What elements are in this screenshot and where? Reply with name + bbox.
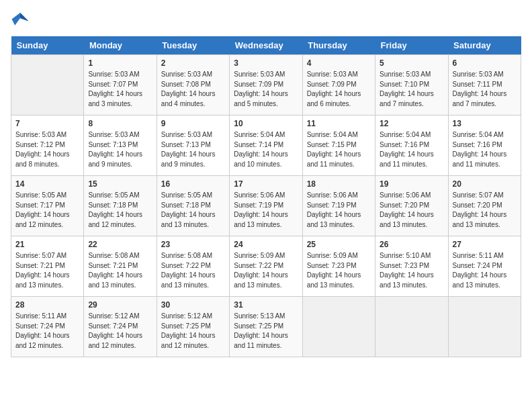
day-number: 25 bbox=[307, 240, 371, 249]
day-number: 2 bbox=[161, 58, 225, 68]
calendar-cell: 10Sunrise: 5:04 AMSunset: 7:14 PMDayligh… bbox=[230, 116, 302, 176]
day-number: 19 bbox=[380, 179, 443, 189]
weekday-monday: Monday bbox=[84, 36, 157, 55]
day-info: Sunrise: 5:05 AMSunset: 7:18 PMDaylight:… bbox=[161, 191, 225, 230]
calendar-cell bbox=[11, 55, 84, 116]
calendar-cell: 31Sunrise: 5:13 AMSunset: 7:25 PMDayligh… bbox=[230, 297, 302, 357]
calendar-cell: 15Sunrise: 5:05 AMSunset: 7:18 PMDayligh… bbox=[84, 176, 157, 236]
day-number: 8 bbox=[88, 119, 152, 128]
day-info: Sunrise: 5:03 AMSunset: 7:13 PMDaylight:… bbox=[88, 130, 152, 169]
weekday-tuesday: Tuesday bbox=[157, 36, 229, 55]
day-number: 4 bbox=[307, 58, 371, 68]
day-info: Sunrise: 5:03 AMSunset: 7:13 PMDaylight:… bbox=[161, 130, 225, 169]
day-info: Sunrise: 5:03 AMSunset: 7:09 PMDaylight:… bbox=[307, 70, 371, 109]
day-number: 30 bbox=[161, 300, 225, 310]
calendar-cell: 22Sunrise: 5:08 AMSunset: 7:21 PMDayligh… bbox=[84, 236, 157, 297]
day-number: 31 bbox=[234, 300, 298, 310]
day-info: Sunrise: 5:09 AMSunset: 7:23 PMDaylight:… bbox=[307, 251, 371, 290]
day-number: 15 bbox=[88, 179, 152, 189]
day-number: 9 bbox=[161, 119, 225, 128]
calendar-cell: 7Sunrise: 5:03 AMSunset: 7:12 PMDaylight… bbox=[11, 116, 84, 176]
day-number: 5 bbox=[380, 58, 443, 68]
day-info: Sunrise: 5:06 AMSunset: 7:20 PMDaylight:… bbox=[380, 191, 443, 230]
day-number: 12 bbox=[380, 119, 443, 128]
day-number: 22 bbox=[88, 240, 152, 249]
day-info: Sunrise: 5:04 AMSunset: 7:14 PMDaylight:… bbox=[234, 130, 298, 169]
calendar-cell: 19Sunrise: 5:06 AMSunset: 7:20 PMDayligh… bbox=[375, 176, 448, 236]
calendar-cell: 9Sunrise: 5:03 AMSunset: 7:13 PMDaylight… bbox=[157, 116, 229, 176]
day-info: Sunrise: 5:04 AMSunset: 7:15 PMDaylight:… bbox=[307, 130, 371, 169]
calendar-header: SundayMondayTuesdayWednesdayThursdayFrid… bbox=[11, 36, 521, 55]
day-info: Sunrise: 5:07 AMSunset: 7:20 PMDaylight:… bbox=[453, 191, 517, 230]
calendar-week-5: 28Sunrise: 5:11 AMSunset: 7:24 PMDayligh… bbox=[11, 297, 521, 357]
day-number: 17 bbox=[234, 179, 298, 189]
calendar-table: SundayMondayTuesdayWednesdayThursdayFrid… bbox=[11, 36, 521, 357]
calendar-cell: 8Sunrise: 5:03 AMSunset: 7:13 PMDaylight… bbox=[84, 116, 157, 176]
day-info: Sunrise: 5:03 AMSunset: 7:11 PMDaylight:… bbox=[453, 70, 517, 109]
day-number: 13 bbox=[453, 119, 517, 128]
calendar-cell bbox=[375, 297, 448, 357]
day-info: Sunrise: 5:03 AMSunset: 7:10 PMDaylight:… bbox=[380, 70, 443, 109]
day-info: Sunrise: 5:12 AMSunset: 7:24 PMDaylight:… bbox=[88, 312, 152, 351]
calendar-cell: 11Sunrise: 5:04 AMSunset: 7:15 PMDayligh… bbox=[302, 116, 375, 176]
calendar-cell: 26Sunrise: 5:10 AMSunset: 7:23 PMDayligh… bbox=[375, 236, 448, 297]
calendar-cell: 17Sunrise: 5:06 AMSunset: 7:19 PMDayligh… bbox=[230, 176, 302, 236]
day-info: Sunrise: 5:10 AMSunset: 7:23 PMDaylight:… bbox=[380, 251, 443, 290]
calendar-cell: 30Sunrise: 5:12 AMSunset: 7:25 PMDayligh… bbox=[157, 297, 229, 357]
day-number: 20 bbox=[453, 179, 517, 189]
day-info: Sunrise: 5:07 AMSunset: 7:21 PMDaylight:… bbox=[15, 251, 79, 290]
day-info: Sunrise: 5:03 AMSunset: 7:08 PMDaylight:… bbox=[161, 70, 225, 109]
calendar-cell: 13Sunrise: 5:04 AMSunset: 7:16 PMDayligh… bbox=[448, 116, 521, 176]
calendar-cell: 18Sunrise: 5:06 AMSunset: 7:19 PMDayligh… bbox=[302, 176, 375, 236]
calendar-cell: 4Sunrise: 5:03 AMSunset: 7:09 PMDaylight… bbox=[302, 55, 375, 116]
day-info: Sunrise: 5:11 AMSunset: 7:24 PMDaylight:… bbox=[15, 312, 79, 351]
weekday-sunday: Sunday bbox=[11, 36, 84, 55]
calendar-cell: 24Sunrise: 5:09 AMSunset: 7:22 PMDayligh… bbox=[230, 236, 302, 297]
day-number: 16 bbox=[161, 179, 225, 189]
day-info: Sunrise: 5:03 AMSunset: 7:07 PMDaylight:… bbox=[88, 70, 152, 109]
day-number: 18 bbox=[307, 179, 371, 189]
calendar-cell: 21Sunrise: 5:07 AMSunset: 7:21 PMDayligh… bbox=[11, 236, 84, 297]
page-header bbox=[11, 11, 521, 30]
day-info: Sunrise: 5:11 AMSunset: 7:24 PMDaylight:… bbox=[453, 251, 517, 290]
calendar-cell bbox=[302, 297, 375, 357]
weekday-thursday: Thursday bbox=[302, 36, 375, 55]
calendar-cell: 29Sunrise: 5:12 AMSunset: 7:24 PMDayligh… bbox=[84, 297, 157, 357]
weekday-saturday: Saturday bbox=[448, 36, 521, 55]
calendar-cell: 3Sunrise: 5:03 AMSunset: 7:09 PMDaylight… bbox=[230, 55, 302, 116]
day-number: 27 bbox=[453, 240, 517, 249]
day-number: 7 bbox=[15, 119, 79, 128]
calendar-week-2: 7Sunrise: 5:03 AMSunset: 7:12 PMDaylight… bbox=[11, 116, 521, 176]
calendar-cell: 28Sunrise: 5:11 AMSunset: 7:24 PMDayligh… bbox=[11, 297, 84, 357]
calendar-week-1: 1Sunrise: 5:03 AMSunset: 7:07 PMDaylight… bbox=[11, 55, 521, 116]
day-number: 28 bbox=[15, 300, 79, 310]
calendar-cell: 23Sunrise: 5:08 AMSunset: 7:22 PMDayligh… bbox=[157, 236, 229, 297]
logo bbox=[11, 11, 32, 30]
day-info: Sunrise: 5:09 AMSunset: 7:22 PMDaylight:… bbox=[234, 251, 298, 290]
day-info: Sunrise: 5:13 AMSunset: 7:25 PMDaylight:… bbox=[234, 312, 298, 351]
day-info: Sunrise: 5:04 AMSunset: 7:16 PMDaylight:… bbox=[380, 130, 443, 169]
calendar-cell: 1Sunrise: 5:03 AMSunset: 7:07 PMDaylight… bbox=[84, 55, 157, 116]
day-info: Sunrise: 5:05 AMSunset: 7:18 PMDaylight:… bbox=[88, 191, 152, 230]
day-info: Sunrise: 5:06 AMSunset: 7:19 PMDaylight:… bbox=[234, 191, 298, 230]
day-number: 29 bbox=[88, 300, 152, 310]
day-number: 3 bbox=[234, 58, 298, 68]
day-number: 24 bbox=[234, 240, 298, 249]
calendar-cell: 5Sunrise: 5:03 AMSunset: 7:10 PMDaylight… bbox=[375, 55, 448, 116]
day-number: 10 bbox=[234, 119, 298, 128]
calendar-cell: 6Sunrise: 5:03 AMSunset: 7:11 PMDaylight… bbox=[448, 55, 521, 116]
day-info: Sunrise: 5:08 AMSunset: 7:22 PMDaylight:… bbox=[161, 251, 225, 290]
day-info: Sunrise: 5:04 AMSunset: 7:16 PMDaylight:… bbox=[453, 130, 517, 169]
calendar-cell bbox=[448, 297, 521, 357]
calendar-cell: 20Sunrise: 5:07 AMSunset: 7:20 PMDayligh… bbox=[448, 176, 521, 236]
day-number: 11 bbox=[307, 119, 371, 128]
day-number: 6 bbox=[453, 58, 517, 68]
day-info: Sunrise: 5:03 AMSunset: 7:12 PMDaylight:… bbox=[15, 130, 79, 169]
day-info: Sunrise: 5:08 AMSunset: 7:21 PMDaylight:… bbox=[88, 251, 152, 290]
calendar-week-3: 14Sunrise: 5:05 AMSunset: 7:17 PMDayligh… bbox=[11, 176, 521, 236]
day-number: 1 bbox=[88, 58, 152, 68]
day-info: Sunrise: 5:12 AMSunset: 7:25 PMDaylight:… bbox=[161, 312, 225, 351]
calendar-body: 1Sunrise: 5:03 AMSunset: 7:07 PMDaylight… bbox=[11, 55, 521, 357]
weekday-header-row: SundayMondayTuesdayWednesdayThursdayFrid… bbox=[11, 36, 521, 55]
calendar-cell: 12Sunrise: 5:04 AMSunset: 7:16 PMDayligh… bbox=[375, 116, 448, 176]
